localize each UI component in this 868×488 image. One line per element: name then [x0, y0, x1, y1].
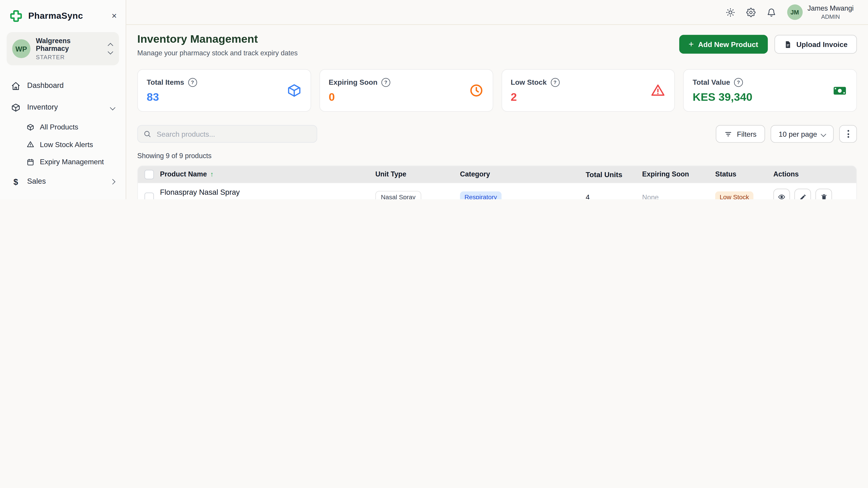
home-icon [11, 81, 21, 91]
total-items-value: 83 [147, 90, 197, 103]
expiring-none-text: None [642, 194, 659, 199]
org-switcher[interactable]: WP Walgreens Pharmacy STARTER [6, 32, 119, 65]
close-sidebar-icon[interactable]: × [112, 11, 117, 20]
app-title: PharmaSync [28, 11, 83, 21]
cart-icon [11, 199, 21, 199]
expiring-soon-cell: None [642, 192, 715, 199]
status-badge: Low Stock [715, 191, 753, 199]
sidebar-item-low-stock-alerts[interactable]: Low Stock Alerts [6, 136, 119, 153]
view-button[interactable] [773, 189, 790, 199]
user-menu[interactable]: JM James Mwangi ADMIN [787, 4, 854, 20]
calendar-icon [27, 158, 34, 166]
alert-triangle-icon [27, 141, 34, 149]
delete-button[interactable] [815, 189, 832, 199]
sidebar-item-inventory[interactable]: Inventory [6, 97, 119, 119]
trash-icon [820, 193, 827, 199]
org-plan-badge: STARTER [36, 54, 103, 60]
org-name: Walgreens Pharmacy [36, 37, 103, 53]
upload-invoice-button[interactable]: Upload Invoice [774, 35, 857, 54]
clock-icon [469, 83, 484, 98]
chevron-down-icon [110, 105, 115, 110]
table-body: Flonaspray Nasal Spray Fluticasone Propi… [138, 183, 857, 199]
package-icon [27, 123, 34, 131]
page-size-select[interactable]: 10 per page [770, 125, 834, 142]
table-toolbar: Filters 10 per page [137, 125, 857, 142]
app-window: PharmaSync × WP Walgreens Pharmacy START… [0, 0, 868, 199]
topbar: JM James Mwangi ADMIN [126, 0, 868, 25]
table-row: Flonaspray Nasal Spray Fluticasone Propi… [138, 183, 857, 199]
page-content: Inventory Management Manage your pharmac… [126, 25, 868, 199]
theme-toggle-sun-icon[interactable] [725, 7, 735, 17]
filter-icon [724, 130, 733, 138]
sort-asc-icon: ↑ [210, 170, 214, 178]
sidebar-item-sales[interactable]: $ Sales [6, 171, 119, 193]
unfold-icon [108, 43, 114, 54]
filters-button[interactable]: Filters [716, 125, 765, 142]
package-icon [11, 103, 21, 112]
unit-type-chip: Nasal Spray [375, 191, 421, 199]
search-box[interactable] [137, 125, 317, 142]
stat-cards: Total Items ? 83 Expiring Soon ? [137, 69, 857, 112]
sidebar-item-all-products[interactable]: All Products [6, 119, 119, 136]
page-title: Inventory Management [137, 33, 298, 45]
expiring-soon-value: 0 [329, 90, 390, 103]
low-stock-value: 2 [510, 90, 559, 103]
banknote-icon [832, 83, 848, 98]
sidebar-item-expiry-management[interactable]: Expiry Management [6, 153, 119, 171]
search-input[interactable] [156, 129, 311, 139]
edit-button[interactable] [794, 189, 811, 199]
brand: PharmaSync × [6, 9, 119, 23]
sidebar-nav: Dashboard Inventory All Products [6, 75, 119, 199]
page-subtitle: Manage your pharmacy stock and track exp… [137, 49, 298, 57]
help-icon[interactable]: ? [734, 78, 743, 87]
more-options-kebab-button[interactable] [839, 125, 857, 142]
products-table: Product Name ↑ Unit Type Category Total … [137, 165, 857, 199]
main-area: JM James Mwangi ADMIN Inventory Manageme… [126, 0, 868, 199]
user-name: James Mwangi [807, 4, 854, 12]
sidebar: PharmaSync × WP Walgreens Pharmacy START… [0, 0, 126, 199]
inventory-submenu: All Products Low Stock Alerts Expiry Man… [6, 119, 119, 171]
eye-icon [778, 193, 785, 199]
user-avatar: JM [787, 4, 803, 20]
showing-count: Showing 9 of 9 products [137, 152, 857, 160]
sidebar-item-purchases[interactable]: Purchases [6, 193, 119, 199]
stat-card-total-value: Total Value ? KES 39,340 [683, 69, 857, 112]
user-role: ADMIN [821, 13, 840, 20]
help-icon[interactable]: ? [551, 78, 559, 87]
stat-card-expiring-soon: Expiring Soon ? 0 [319, 69, 493, 112]
package-icon [287, 83, 302, 98]
row-checkbox[interactable] [144, 192, 154, 199]
notifications-bell-icon[interactable] [767, 7, 776, 17]
add-new-product-button[interactable]: + Add New Product [679, 35, 768, 54]
search-icon [143, 130, 151, 138]
sidebar-item-dashboard[interactable]: Dashboard [6, 75, 119, 97]
table-header-row: Product Name ↑ Unit Type Category Total … [138, 166, 857, 183]
chevron-down-icon [821, 131, 826, 137]
invoice-file-icon [784, 40, 792, 48]
plus-icon: + [688, 40, 694, 48]
org-avatar: WP [12, 39, 30, 58]
total-units-value: 4 [586, 193, 642, 199]
alert-triangle-icon [651, 83, 665, 98]
chevron-right-icon [110, 179, 115, 184]
sort-by-product-name[interactable]: Product Name ↑ [160, 170, 375, 178]
help-icon[interactable]: ? [188, 78, 197, 87]
settings-gear-icon[interactable] [746, 7, 755, 17]
select-all-checkbox[interactable] [144, 170, 154, 179]
pencil-icon [799, 193, 806, 199]
stat-card-total-items: Total Items ? 83 [137, 69, 311, 112]
product-name: Flonaspray Nasal Spray [160, 188, 375, 196]
stat-card-low-stock: Low Stock ? 2 [501, 69, 675, 112]
total-value-value: KES 39,340 [692, 90, 752, 103]
dollar-icon: $ [11, 177, 21, 186]
pharmacy-cross-logo-icon [9, 9, 23, 23]
category-chip: Respiratory [460, 191, 501, 199]
help-icon[interactable]: ? [381, 78, 390, 87]
